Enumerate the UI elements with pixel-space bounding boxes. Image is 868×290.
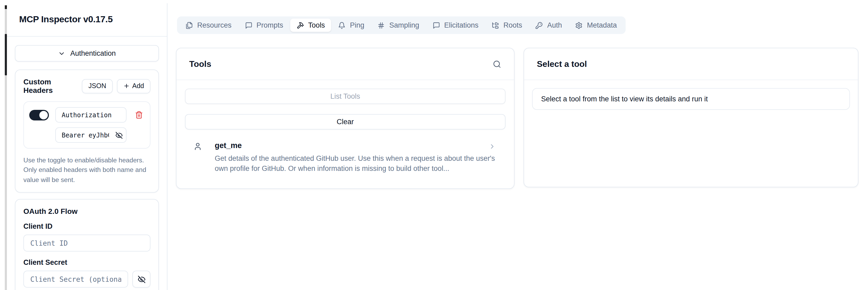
- oauth-title: OAuth 2.0 Flow: [23, 207, 150, 216]
- trash-icon: [135, 111, 143, 119]
- plus-icon: [123, 83, 130, 89]
- header-name-input[interactable]: [55, 107, 126, 122]
- main-content: Resources Prompts Tools Ping Sampling El…: [167, 0, 868, 290]
- chevron-down-icon: [58, 49, 65, 57]
- tab-sampling[interactable]: Sampling: [371, 19, 426, 32]
- header-entry-card: [23, 101, 150, 149]
- hash-icon: [378, 22, 385, 29]
- message-square-icon: [432, 22, 440, 29]
- header-entry-value-row: [55, 128, 126, 143]
- client-secret-row: [23, 271, 150, 288]
- page-scrollbar-cap: [5, 5, 7, 9]
- custom-headers-card: Custom Headers JSON Add: [15, 70, 159, 193]
- empty-state-message: Select a tool from the list to view its …: [541, 95, 708, 103]
- tool-list-item-get_me[interactable]: get_me Get details of the authenticated …: [185, 141, 505, 174]
- tab-label: Auth: [547, 21, 562, 29]
- custom-headers-header: Custom Headers JSON Add: [23, 77, 150, 95]
- list-tools-button[interactable]: List Tools: [185, 88, 505, 104]
- headers-helper-text: Use the toggle to enable/disable headers…: [23, 155, 150, 185]
- tab-roots[interactable]: Roots: [485, 19, 529, 32]
- message-square-icon: [245, 22, 252, 29]
- tab-prompts[interactable]: Prompts: [238, 19, 290, 32]
- add-button-label: Add: [132, 82, 144, 90]
- custom-headers-actions: JSON Add: [82, 79, 150, 93]
- app-root: MCP Inspector v0.17.5 Authentication Cus…: [0, 0, 868, 290]
- json-button-label: JSON: [89, 82, 106, 90]
- client-secret-input[interactable]: [23, 271, 128, 288]
- authentication-collapse-button[interactable]: Authentication: [15, 45, 159, 62]
- header-entry-name-row: [29, 107, 145, 122]
- tab-label: Resources: [197, 21, 231, 29]
- client-secret-label: Client Secret: [23, 259, 150, 267]
- tab-label: Tools: [308, 21, 325, 29]
- page-scrollbar-track: [5, 5, 7, 290]
- toggle-client-secret-visibility-button[interactable]: [132, 271, 150, 288]
- user-icon: [193, 142, 202, 151]
- sidebar-body: Authentication Custom Headers JSON Add: [7, 37, 167, 290]
- panels: Tools List Tools Clear get_me Get detail…: [176, 48, 859, 189]
- header-enabled-toggle[interactable]: [29, 110, 49, 120]
- tab-tools[interactable]: Tools: [290, 19, 332, 32]
- tool-description: Get details of the authenticated GitHub …: [215, 153, 497, 174]
- folder-tree-icon: [492, 22, 499, 29]
- tab-metadata[interactable]: Metadata: [569, 19, 623, 32]
- tool-item-text: get_me Get details of the authenticated …: [215, 141, 497, 174]
- client-id-label: Client ID: [23, 223, 150, 230]
- tools-panel-header: Tools: [177, 48, 514, 80]
- key-icon: [535, 22, 543, 29]
- chevron-right-icon: [489, 143, 496, 150]
- search-icon: [493, 60, 501, 68]
- toggle-header-value-visibility-button[interactable]: [115, 131, 123, 139]
- add-header-button[interactable]: Add: [117, 79, 151, 93]
- tab-label: Metadata: [587, 21, 617, 29]
- tab-label: Prompts: [256, 21, 283, 29]
- tab-label: Elicitations: [444, 21, 478, 29]
- empty-state-message-box: Select a tool from the list to view its …: [532, 88, 850, 110]
- tab-ping[interactable]: Ping: [332, 19, 371, 32]
- eye-off-icon: [137, 276, 145, 283]
- sidebar-header: MCP Inspector v0.17.5: [7, 3, 167, 37]
- search-tools-button[interactable]: [493, 60, 501, 68]
- delete-header-button[interactable]: [133, 109, 145, 121]
- json-button[interactable]: JSON: [82, 79, 113, 93]
- tools-panel-title: Tools: [189, 59, 211, 69]
- custom-headers-title: Custom Headers: [23, 77, 82, 95]
- oauth-card: OAuth 2.0 Flow Client ID Client Secret R…: [15, 199, 159, 290]
- tab-label: Roots: [503, 21, 522, 29]
- detail-panel-header: Select a tool: [524, 48, 858, 80]
- detail-panel-body: Select a tool from the list to view its …: [524, 80, 858, 118]
- tools-panel-body: List Tools Clear get_me Get details of t…: [177, 80, 514, 182]
- tab-resources[interactable]: Resources: [179, 19, 238, 32]
- page-scrollbar-thumb[interactable]: [5, 34, 7, 75]
- tools-panel: Tools List Tools Clear get_me Get detail…: [176, 48, 515, 189]
- client-id-input[interactable]: [23, 235, 150, 252]
- eye-off-icon: [115, 131, 123, 139]
- tool-detail-panel: Select a tool Select a tool from the lis…: [524, 48, 859, 187]
- tab-label: Ping: [350, 21, 364, 29]
- app-title: MCP Inspector v0.17.5: [19, 14, 113, 25]
- tab-auth[interactable]: Auth: [529, 19, 568, 32]
- hammer-icon: [297, 22, 304, 29]
- tab-label: Sampling: [389, 21, 420, 29]
- tab-elicitations[interactable]: Elicitations: [426, 19, 485, 32]
- toggle-knob: [39, 111, 48, 119]
- sidebar: MCP Inspector v0.17.5 Authentication Cus…: [7, 3, 167, 290]
- bell-icon: [338, 22, 346, 29]
- authentication-label: Authentication: [70, 49, 116, 57]
- clear-tools-button[interactable]: Clear: [185, 114, 505, 130]
- detail-panel-title: Select a tool: [537, 59, 587, 69]
- gear-icon: [575, 22, 583, 29]
- tab-bar: Resources Prompts Tools Ping Sampling El…: [177, 16, 625, 34]
- tool-name: get_me: [215, 141, 497, 150]
- files-icon: [186, 22, 193, 29]
